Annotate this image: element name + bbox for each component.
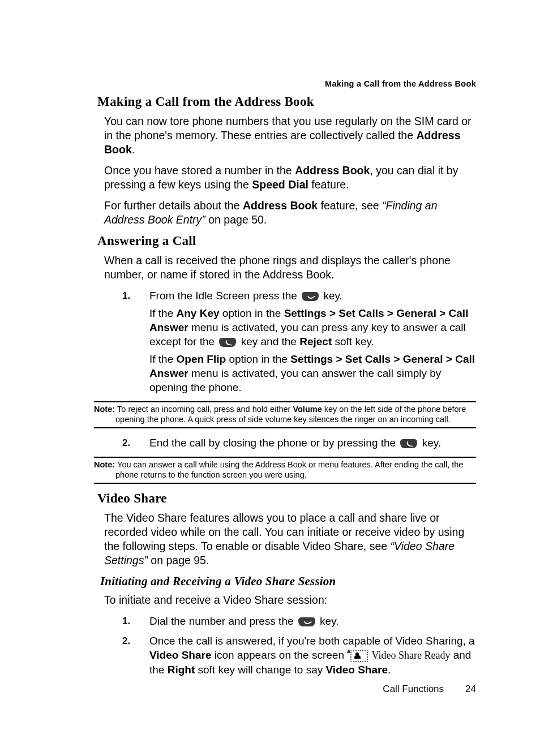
- term-volume: Volume: [293, 405, 322, 414]
- text: menu is activated, you can answer the ca…: [149, 367, 441, 393]
- text: Once you have stored a number in the: [104, 164, 295, 177]
- term-open-flip: Open Flip: [177, 353, 226, 365]
- section-title-making-call: Making a Call from the Address Book: [97, 94, 476, 109]
- text: Dial the number and press the: [149, 615, 297, 627]
- paragraph: To initiate and receive a Video Share se…: [104, 593, 476, 607]
- paragraph: The Video Share features allows you to p…: [104, 511, 476, 568]
- text: If the: [149, 353, 177, 365]
- text: End the call by closing the phone or by …: [149, 437, 398, 449]
- term-any-key: Any Key: [177, 307, 220, 319]
- term-reject: Reject: [299, 336, 332, 347]
- footer-section-name: Call Functions: [383, 684, 444, 694]
- section-title-video-share: Video Share: [97, 491, 476, 506]
- text: key.: [317, 615, 339, 627]
- text: From the Idle Screen press the: [149, 290, 300, 302]
- text: feature.: [308, 178, 349, 191]
- note-label: Note:: [94, 405, 117, 414]
- step-number: 1.: [122, 614, 130, 628]
- video-share-icon: [349, 650, 367, 662]
- end-key-icon: [219, 338, 236, 347]
- term-address-book: Address Book: [243, 199, 318, 212]
- step-number: 2.: [122, 436, 130, 450]
- text: option in the: [220, 307, 284, 319]
- footer-page-number: 24: [465, 684, 476, 694]
- text: key.: [320, 290, 342, 302]
- text: option in the: [226, 353, 290, 365]
- text: key.: [419, 437, 441, 449]
- note-label: Note:: [94, 460, 117, 469]
- text: If the: [149, 307, 177, 319]
- text: To reject an incoming call, press and ho…: [117, 405, 293, 414]
- text: key and the: [238, 336, 299, 347]
- step-2: 2.End the call by closing the phone or b…: [122, 436, 476, 450]
- term-address-book: Address Book: [295, 164, 370, 177]
- text: .: [388, 664, 391, 676]
- term-right: Right: [168, 664, 195, 676]
- call-key-icon: [298, 617, 315, 626]
- text: For further details about the: [104, 199, 243, 212]
- note-block: Note: You can answer a call while using …: [94, 457, 476, 484]
- text: icon appears on the screen: [211, 649, 347, 661]
- subsection-title: Initiating and Receiving a Video Share S…: [100, 574, 476, 589]
- text: soft key will change to say: [195, 664, 325, 676]
- note-block: Note: To reject an incoming call, press …: [94, 401, 476, 428]
- text: on page 50.: [205, 213, 267, 226]
- text: on page 95.: [148, 554, 209, 566]
- term-video-share: Video Share: [149, 649, 211, 661]
- text: soft key.: [332, 336, 374, 347]
- text: .: [132, 143, 135, 156]
- term-video-share: Video Share: [326, 664, 388, 676]
- text: feature, see: [318, 199, 382, 212]
- spacer: [149, 349, 476, 352]
- text: You can answer a call while using the Ad…: [115, 460, 463, 479]
- paragraph: You can now tore phone numbers that you …: [104, 114, 476, 157]
- step-1: 1.From the Idle Screen press the key.If …: [122, 289, 476, 394]
- step-number: 1.: [122, 289, 130, 303]
- call-key-icon: [302, 292, 319, 301]
- page-footer: Call Functions24: [94, 684, 476, 695]
- steps-list: 1.Dial the number and press the key.2.On…: [122, 614, 476, 677]
- step-1: 1.Dial the number and press the key.: [122, 614, 476, 628]
- paragraph: Once you have stored a number in the Add…: [104, 164, 476, 192]
- end-key-icon: [400, 439, 417, 448]
- step-number: 2.: [122, 634, 130, 648]
- spacer: [149, 303, 476, 306]
- video-share-ready-label: Video Share Ready: [372, 650, 451, 661]
- steps-list: 2.End the call by closing the phone or b…: [122, 436, 476, 450]
- step-2: 2.Once the call is answered, if you're b…: [122, 634, 476, 677]
- section-title-answering: Answering a Call: [97, 234, 476, 248]
- steps-list: 1.From the Idle Screen press the key.If …: [122, 289, 476, 394]
- paragraph: For further details about the Address Bo…: [104, 199, 476, 227]
- text: Once the call is answered, if you're bot…: [149, 635, 475, 647]
- paragraph: When a call is received the phone rings …: [104, 254, 476, 282]
- running-header: Making a Call from the Address Book: [94, 79, 476, 88]
- term-speed-dial: Speed Dial: [252, 178, 308, 191]
